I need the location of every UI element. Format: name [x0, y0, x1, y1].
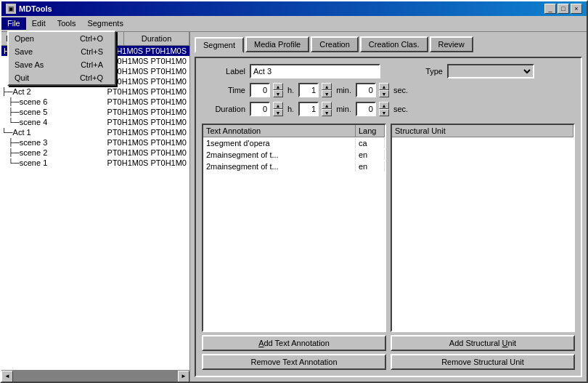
tab-creation-clas[interactable]: Creation Clas.: [360, 36, 428, 52]
tree-item-scene6[interactable]: ├─scene 6 PT0H1M0S PT0H1M0: [1, 97, 189, 107]
annotation-cell-1: 2mainsegment of t...: [203, 150, 356, 160]
structural-unit-table[interactable]: Structural Unit: [391, 124, 575, 332]
tree-item-scene7-duration: PT0H1M0S PT0H1M0: [107, 77, 189, 86]
time-minutes-spinner[interactable]: ▲ ▼: [322, 83, 332, 97]
menu-quit-label: Quit: [15, 73, 29, 82]
duration-minutes-up[interactable]: ▲: [322, 102, 332, 109]
table-row-0[interactable]: 1segment d'opera ca: [203, 137, 385, 149]
tree-item-scene1[interactable]: └─scene 1 PT0H1M0S PT0H1M0: [1, 158, 189, 168]
menu-save[interactable]: Save Ctrl+S: [9, 45, 115, 58]
structural-unit-buttons: Add Structural Unit: [391, 335, 575, 351]
scroll-track[interactable]: [13, 371, 178, 382]
add-structural-unit-label: Add Structural Unit: [449, 339, 516, 347]
duration-minutes-input[interactable]: [298, 102, 319, 116]
close-button[interactable]: ×: [571, 4, 582, 14]
tree-item-scene3-label: ├─scene 3: [1, 138, 107, 147]
time-hours-up[interactable]: ▲: [273, 83, 283, 90]
horizontal-scrollbar[interactable]: ◄ ►: [1, 370, 189, 382]
time-hours-input[interactable]: [250, 83, 270, 97]
add-structural-unit-button[interactable]: Add Structural Unit: [391, 335, 575, 351]
menu-edit[interactable]: Edit: [26, 17, 52, 30]
scroll-left-btn[interactable]: ◄: [1, 371, 13, 382]
text-annotation-table[interactable]: Text Annotation Lang 1segment d'opera ca…: [202, 124, 386, 332]
tree-item-act1[interactable]: └─Act 1 PT0H1M0S PT0H1M0: [1, 127, 189, 137]
time-seconds-input[interactable]: [356, 83, 376, 97]
duration-hours-input[interactable]: [250, 102, 270, 116]
tree-item-scene9-duration: PT0H1M0S PT0H1M0: [107, 57, 189, 65]
tree-body[interactable]: H1M0S PT0H1M0 H1M0S PT0H1M0S ├─scene 9 P…: [1, 46, 189, 370]
tab-review[interactable]: Review: [430, 36, 473, 52]
menu-save-as[interactable]: Save As Ctrl+A: [9, 58, 115, 71]
duration-seconds-up[interactable]: ▲: [379, 102, 389, 109]
time-seconds-down[interactable]: ▼: [379, 90, 389, 97]
menu-open-label: Open: [15, 34, 34, 43]
file-dropdown: Open Ctrl+O Save Ctrl+S Save As Ctrl+A Q…: [7, 31, 116, 86]
annotation-cell-2: 2mainsegment of t...: [203, 161, 356, 172]
structural-unit-col-header: Structural Unit: [392, 125, 573, 137]
menu-file[interactable]: File: [1, 17, 26, 30]
remove-structural-unit-button[interactable]: Remove Structural Unit: [391, 354, 575, 370]
tree-item-scene6-duration: PT0H1M0S PT0H1M0: [107, 97, 189, 106]
tree-item-scene4[interactable]: └─scene 4 PT0H1M0S PT0H1M0: [1, 117, 189, 127]
time-minutes-up[interactable]: ▲: [322, 83, 332, 90]
label-input[interactable]: [250, 64, 380, 78]
title-bar: ▣ MDTools _ □ ×: [1, 1, 587, 16]
menu-segments[interactable]: Segments: [81, 17, 129, 30]
main-window: ▣ MDTools _ □ × File Edit Tools Segments…: [0, 0, 588, 383]
remove-text-annotation-button[interactable]: Remove Text Annotation: [202, 354, 386, 370]
remove-structural-unit-label: Remove Structural Unit: [441, 358, 524, 366]
duration-hours-up[interactable]: ▲: [273, 102, 283, 109]
lang-col-header: Lang: [356, 125, 385, 137]
duration-sec-label: sec.: [393, 105, 408, 113]
tree-item-scene6-label: ├─scene 6: [1, 97, 107, 106]
tree-item-act1-duration: PT0H1M0S PT0H1M0: [107, 128, 189, 137]
menu-tools[interactable]: Tools: [52, 17, 82, 30]
tree-item-scene3[interactable]: ├─scene 3 PT0H1M0S PT0H1M0: [1, 137, 189, 148]
duration-seconds-input[interactable]: [356, 102, 376, 116]
table-row-2[interactable]: 2mainsegment of t... en: [203, 161, 385, 172]
time-seconds-up[interactable]: ▲: [379, 83, 389, 90]
duration-seconds-down[interactable]: ▼: [379, 109, 389, 116]
time-hours-down[interactable]: ▼: [273, 90, 283, 97]
maximize-button[interactable]: □: [558, 4, 569, 14]
time-field-label: Time: [202, 86, 245, 94]
type-select[interactable]: [447, 64, 534, 78]
structural-unit-section: Structural Unit Add Structural Unit Remo…: [391, 124, 575, 370]
tree-item-scene1-duration: PT0H1M0S PT0H1M0: [107, 158, 189, 167]
duration-seconds-spinner[interactable]: ▲ ▼: [379, 102, 389, 116]
menu-quit[interactable]: Quit Ctrl+Q: [9, 71, 115, 84]
tab-creation[interactable]: Creation: [311, 36, 359, 52]
time-seconds-spinner[interactable]: ▲ ▼: [379, 83, 389, 97]
annotation-cell-0: 1segment d'opera: [203, 138, 356, 148]
tree-item-act1-label: └─Act 1: [1, 128, 107, 137]
add-text-annotation-button[interactable]: Add Text Annotation: [202, 335, 386, 351]
minimize-button[interactable]: _: [544, 4, 556, 14]
bottom-tables: Text Annotation Lang 1segment d'opera ca…: [202, 124, 575, 370]
label-field-label: Label: [202, 67, 245, 76]
duration-minutes-down[interactable]: ▼: [322, 109, 332, 116]
menu-save-as-label: Save As: [15, 60, 44, 69]
tree-item-scene5[interactable]: ├─scene 5 PT0H1M0S PT0H1M0: [1, 107, 189, 117]
tree-item-scene2[interactable]: ├─scene 2 PT0H1M0S PT0H1M0: [1, 148, 189, 158]
tab-media-profile[interactable]: Media Profile: [245, 36, 309, 52]
tree-item-act2-label: ├─Act 2: [1, 87, 107, 96]
duration-row: Duration ▲ ▼ h. ▲ ▼: [202, 102, 575, 116]
lang-cell-0: ca: [356, 138, 385, 148]
duration-hours-spinner[interactable]: ▲ ▼: [273, 102, 283, 116]
table-row-1[interactable]: 2mainsegment of t... en: [203, 149, 385, 161]
duration-h-label: h.: [287, 105, 294, 113]
time-row: Time ▲ ▼ h. ▲ ▼: [202, 83, 575, 97]
duration-minutes-spinner[interactable]: ▲ ▼: [322, 102, 332, 116]
menu-quit-shortcut: Ctrl+Q: [80, 73, 103, 82]
tab-segment[interactable]: Segment: [195, 37, 244, 53]
scroll-right-btn[interactable]: ►: [178, 371, 189, 382]
tree-item-act2[interactable]: ├─Act 2 PT0H1M0S PT0H1M0: [1, 86, 189, 97]
time-minutes-down[interactable]: ▼: [322, 90, 332, 97]
time-min-label: min.: [336, 86, 351, 94]
duration-hours-down[interactable]: ▼: [273, 109, 283, 116]
lang-cell-1: en: [356, 150, 385, 160]
menu-open[interactable]: Open Ctrl+O: [9, 32, 115, 45]
time-hours-spinner[interactable]: ▲ ▼: [273, 83, 283, 97]
time-minutes-input[interactable]: [298, 83, 319, 97]
time-seconds-group: ▲ ▼: [356, 83, 389, 97]
